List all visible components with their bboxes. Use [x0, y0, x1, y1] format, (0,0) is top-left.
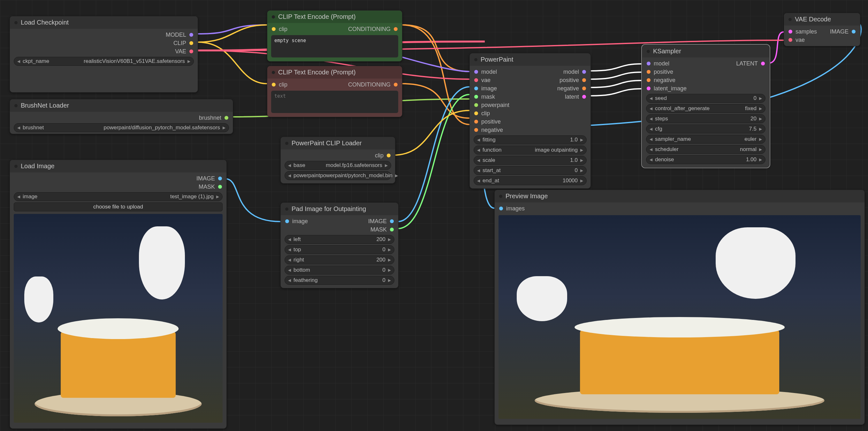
- param-denoise[interactable]: ◀denoise1.00▶: [646, 155, 766, 164]
- in-mask[interactable]: mask: [470, 93, 514, 101]
- out-image[interactable]: IMAGE: [10, 174, 226, 183]
- out-vae[interactable]: VAE: [10, 47, 198, 56]
- param-steps[interactable]: ◀steps20▶: [646, 114, 766, 123]
- node-title[interactable]: Pad Image for Outpainting: [281, 203, 398, 215]
- prompt-textarea[interactable]: text: [271, 91, 398, 113]
- out-clip[interactable]: CLIP: [10, 39, 198, 47]
- in-vae[interactable]: vae: [784, 36, 822, 44]
- param-scale[interactable]: ◀scale1.0▶: [474, 156, 587, 165]
- out-positive[interactable]: positive: [553, 76, 590, 84]
- image-preview: [14, 214, 223, 423]
- param-right[interactable]: ◀right200▶: [284, 255, 394, 264]
- param-start_at[interactable]: ◀start_at0▶: [474, 166, 587, 175]
- node-load-image[interactable]: Load Image IMAGE MASK ◀image test_image …: [9, 160, 227, 429]
- node-title[interactable]: CLIP Text Encode (Prompt): [267, 10, 402, 23]
- node-preview-image[interactable]: Preview Image images: [494, 190, 865, 425]
- in-clip[interactable]: clip: [267, 25, 292, 33]
- node-clip-text-encode-positive[interactable]: CLIP Text Encode (Prompt) clip CONDITION…: [267, 10, 402, 62]
- node-title[interactable]: VAE Decode: [784, 13, 860, 26]
- param-top[interactable]: ◀top0▶: [284, 245, 394, 254]
- in-positive[interactable]: positive: [642, 68, 691, 76]
- in-image[interactable]: image: [470, 84, 514, 93]
- param-function[interactable]: ◀functionimage outpainting▶: [474, 146, 587, 155]
- node-ksampler[interactable]: KSampler modelpositivenegativelatent_ima…: [642, 45, 770, 167]
- prompt-textarea[interactable]: empty scene: [271, 35, 398, 58]
- out-image[interactable]: IMAGE: [826, 27, 860, 36]
- node-powerpaint[interactable]: PowerPaint modelvaeimagemaskpowerpaintcl…: [469, 53, 591, 189]
- out-conditioning[interactable]: CONDITIONING: [344, 25, 402, 33]
- param-cfg[interactable]: ◀cfg7.5▶: [646, 124, 766, 133]
- node-load-checkpoint[interactable]: Load Checkpoint MODEL CLIP VAE ◀ckpt_nam…: [9, 16, 198, 93]
- node-title[interactable]: CLIP Text Encode (Prompt): [267, 66, 402, 79]
- out-model[interactable]: MODEL: [10, 31, 198, 39]
- node-powerpaint-clip-loader[interactable]: PowerPaint CLIP Loader clip ◀base model.…: [280, 136, 395, 184]
- in-samples[interactable]: samples: [784, 27, 822, 36]
- node-title[interactable]: Load Image: [10, 160, 226, 173]
- param-bottom[interactable]: ◀bottom0▶: [284, 266, 394, 275]
- out-image[interactable]: IMAGE: [364, 217, 398, 225]
- param-base[interactable]: ◀base model.fp16.safetensors▶: [284, 161, 391, 170]
- node-clip-text-encode-negative[interactable]: CLIP Text Encode (Prompt) clip CONDITION…: [267, 66, 402, 117]
- in-vae[interactable]: vae: [470, 76, 514, 84]
- node-title[interactable]: PowerPaint CLIP Loader: [281, 137, 395, 149]
- param-end_at[interactable]: ◀end_at10000▶: [474, 176, 587, 185]
- out-conditioning[interactable]: CONDITIONING: [344, 81, 402, 89]
- node-title[interactable]: Preview Image: [495, 190, 865, 203]
- node-title[interactable]: PowerPaint: [470, 53, 590, 66]
- param-left[interactable]: ◀left200▶: [284, 235, 394, 244]
- in-negative[interactable]: negative: [642, 76, 691, 84]
- param-scheduler[interactable]: ◀schedulernormal▶: [646, 145, 766, 154]
- in-clip[interactable]: clip: [470, 109, 514, 118]
- upload-button[interactable]: choose file to upload: [14, 203, 223, 211]
- out-mask[interactable]: MASK: [364, 225, 398, 234]
- out-latent[interactable]: LATENT: [732, 59, 769, 68]
- param-control_after_generate[interactable]: ◀control_after_generatefixed▶: [646, 104, 766, 113]
- param-seed[interactable]: ◀seed0▶: [646, 94, 766, 103]
- out-clip[interactable]: clip: [281, 151, 395, 160]
- in-positive[interactable]: positive: [470, 118, 514, 126]
- node-title[interactable]: BrushNet Loader: [10, 99, 233, 112]
- node-brushnet-loader[interactable]: BrushNet Loader brushnet ◀brushnet power…: [9, 99, 233, 134]
- node-vae-decode[interactable]: VAE Decode samples vae IMAGE: [784, 13, 860, 46]
- in-negative[interactable]: negative: [470, 126, 514, 134]
- in-latent_image[interactable]: latent_image: [642, 84, 691, 93]
- in-model[interactable]: model: [470, 68, 514, 76]
- image-preview: [498, 215, 861, 419]
- out-mask[interactable]: MASK: [10, 183, 226, 191]
- in-image[interactable]: image: [281, 217, 312, 225]
- out-brushnet[interactable]: brushnet: [10, 114, 233, 122]
- param-feathering[interactable]: ◀feathering0▶: [284, 276, 394, 285]
- in-model[interactable]: model: [642, 59, 691, 68]
- param-powerpaint[interactable]: ◀powerpaint powerpaint/pytorch_model.bin…: [284, 171, 391, 180]
- param-fitting[interactable]: ◀fitting1.0▶: [474, 135, 587, 144]
- node-title[interactable]: KSampler: [642, 45, 769, 58]
- out-model[interactable]: model: [553, 68, 590, 76]
- in-images[interactable]: images: [495, 204, 865, 213]
- param-brushnet[interactable]: ◀brushnet powerpaint/diffusion_pytorch_m…: [14, 123, 229, 132]
- in-clip[interactable]: clip: [267, 81, 292, 89]
- param-ckpt-name[interactable]: ◀ckpt_name realisticVisionV60B1_v51VAE.s…: [14, 57, 194, 66]
- node-title[interactable]: Load Checkpoint: [10, 16, 198, 29]
- node-pad-image-outpainting[interactable]: Pad Image for Outpainting image IMAGE MA…: [280, 203, 399, 288]
- out-latent[interactable]: latent: [553, 93, 590, 101]
- param-image[interactable]: ◀image test_image (1).jpg▶: [14, 192, 223, 201]
- out-negative[interactable]: negative: [553, 84, 590, 93]
- in-powerpaint[interactable]: powerpaint: [470, 101, 514, 109]
- param-sampler_name[interactable]: ◀sampler_nameeuler▶: [646, 135, 766, 144]
